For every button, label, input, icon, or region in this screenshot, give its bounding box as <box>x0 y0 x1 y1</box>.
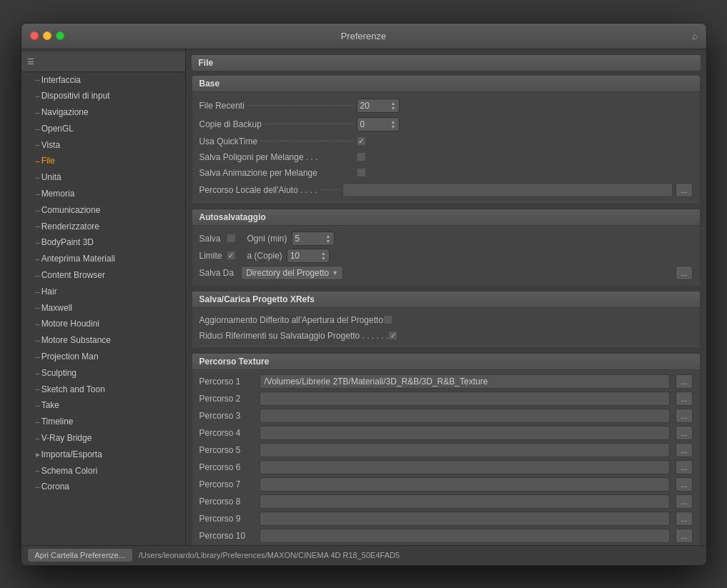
aggiornamento-checkbox[interactable] <box>383 315 392 324</box>
file-recenti-input[interactable]: 20 ▲ ▼ <box>357 99 400 113</box>
sidebar-item-comunicazione[interactable]: – Comunicazione <box>21 202 185 219</box>
percorso-row-2: Percorso 2 ... <box>199 390 693 407</box>
sidebar-label: Sketch and Toon <box>41 384 105 396</box>
spinner-down-icon[interactable]: ▼ <box>321 256 326 261</box>
sidebar-item-anteprima[interactable]: – Anteprima Materiali <box>21 251 185 267</box>
percorso-input-3[interactable] <box>259 409 671 423</box>
a-copie-spinner[interactable]: ▲ ▼ <box>321 251 326 261</box>
file-recenti-spinner[interactable]: ▲ ▼ <box>391 101 396 111</box>
percorso-label-5: Percorso 5 <box>199 445 257 455</box>
percorso-input-8[interactable] <box>259 494 671 509</box>
spinner-up-icon[interactable]: ▲ <box>326 234 331 239</box>
spinner-up-icon[interactable]: ▲ <box>321 251 326 256</box>
section-autosalvataggio: Autosalvataggio Salva Ogni (min) 5 <box>192 209 701 286</box>
percorso-browse-9[interactable]: ... <box>676 512 692 526</box>
percorso-input-4[interactable] <box>259 426 671 440</box>
apri-cartella-button[interactable]: Apri Cartella Preferenze... <box>27 548 134 562</box>
sidebar-item-importa[interactable]: ▸ Importa/Esporta <box>21 447 185 463</box>
sidebar-item-schema[interactable]: – Schema Colori <box>21 463 185 479</box>
sidebar-item-content[interactable]: – Content Browser <box>21 267 185 284</box>
section-file-header: File <box>192 55 701 71</box>
sidebar-item-memoria[interactable]: – Memoria <box>21 186 185 202</box>
copie-backup-spinner[interactable]: ▲ ▼ <box>391 119 396 129</box>
sidebar-item-file[interactable]: – File <box>21 153 185 169</box>
salva-poligoni-checkbox[interactable] <box>357 152 366 161</box>
sidebar-label: Content Browser <box>41 269 105 281</box>
spinner-down-icon[interactable]: ▼ <box>326 239 331 244</box>
file-recenti-input-group: 20 ▲ ▼ <box>357 99 400 113</box>
salva-checkbox[interactable] <box>227 234 236 243</box>
riduci-checkbox[interactable] <box>388 331 397 340</box>
search-icon[interactable]: ⌕ <box>692 30 698 41</box>
dots-decoration <box>247 105 354 106</box>
a-copie-input[interactable]: 10 ▲ ▼ <box>287 249 330 263</box>
sidebar-item-hair[interactable]: – Hair <box>21 284 185 300</box>
ogni-input[interactable]: 5 ▲ ▼ <box>292 231 335 246</box>
section-base-body: File Recenti 20 ▲ ▼ <box>192 92 701 204</box>
percorso-browse-8[interactable]: ... <box>676 494 692 509</box>
salva-animazione-checkbox[interactable] <box>357 168 366 177</box>
percorso-browse-6[interactable]: ... <box>676 460 692 474</box>
limite-checkbox[interactable] <box>227 251 236 260</box>
sidebar-item-opengl[interactable]: – OpenGL <box>21 121 185 137</box>
percorso-label-6: Percorso 6 <box>199 462 257 472</box>
ogni-spinner[interactable]: ▲ ▼ <box>326 234 331 244</box>
sidebar-item-dispositivi[interactable]: – Dispositivi di input <box>21 88 185 104</box>
percorso-locale-input[interactable] <box>342 183 673 197</box>
sidebar-item-vray[interactable]: – V-Ray Bridge <box>21 430 185 447</box>
tree-prefix: – <box>36 107 40 118</box>
percorso-browse-5[interactable]: ... <box>676 443 692 457</box>
salva-da-dropdown[interactable]: Directory del Progetto ▼ <box>241 266 343 280</box>
sidebar-item-bodypaint[interactable]: – BodyPaint 3D <box>21 234 185 251</box>
maximize-button[interactable] <box>56 31 64 40</box>
sidebar-label: Interfaccia <box>41 74 81 86</box>
tree-prefix: – <box>36 286 40 297</box>
spinner-down-icon[interactable]: ▼ <box>391 124 396 129</box>
percorso-input-10[interactable] <box>259 529 671 543</box>
sidebar-item-renderizzatore[interactable]: – Renderizzatore <box>21 219 185 235</box>
sidebar-item-navigazione[interactable]: – Navigazione <box>21 104 185 121</box>
salva-da-browse-button[interactable]: ... <box>676 266 692 280</box>
sidebar-item-unita[interactable]: – Unità <box>21 169 185 186</box>
percorso-input-9[interactable] <box>259 512 671 526</box>
sidebar-item-vista[interactable]: – Vista <box>21 137 185 154</box>
sidebar-item-take[interactable]: – Take <box>21 397 185 414</box>
sidebar-item-projection[interactable]: – Projection Man <box>21 349 185 365</box>
percorso-label-8: Percorso 8 <box>199 497 257 507</box>
percorso-browse-4[interactable]: ... <box>676 426 692 440</box>
salva-row: Salva Ogni (min) 5 ▲ ▼ <box>199 230 693 247</box>
percorso-browse-10[interactable]: ... <box>676 529 692 543</box>
spinner-down-icon[interactable]: ▼ <box>391 106 396 111</box>
sidebar-item-substance[interactable]: – Motore Substance <box>21 332 185 349</box>
copie-backup-row: Copie di Backup 0 ▲ ▼ <box>199 115 693 134</box>
percorso-browse-7[interactable]: ... <box>676 477 692 492</box>
percorso-locale-browse-button[interactable]: ... <box>676 183 692 197</box>
sidebar-item-sketch[interactable]: – Sketch and Toon <box>21 382 185 398</box>
sidebar-item-interfaccia[interactable]: – Interfaccia <box>21 72 185 89</box>
sidebar-label: Anteprima Materiali <box>41 253 115 265</box>
sidebar-item-maxwell[interactable]: – Maxwell <box>21 300 185 317</box>
percorso-input-1[interactable] <box>259 374 671 389</box>
copie-backup-input[interactable]: 0 ▲ ▼ <box>357 117 400 131</box>
section-xrefs: Salva/Carica Progetto XRefs Aggiornament… <box>192 291 701 349</box>
percorso-browse-2[interactable]: ... <box>676 392 692 406</box>
percorso-label-1: Percorso 1 <box>199 377 257 387</box>
sidebar-label: Navigazione <box>41 106 89 119</box>
percorso-input-7[interactable] <box>259 477 671 492</box>
percorso-browse-1[interactable]: ... <box>676 374 692 389</box>
percorso-label-4: Percorso 4 <box>199 428 257 438</box>
spinner-up-icon[interactable]: ▲ <box>391 119 396 124</box>
spinner-up-icon[interactable]: ▲ <box>391 101 396 106</box>
sidebar-item-timeline[interactable]: – Timeline <box>21 414 185 430</box>
percorso-input-6[interactable] <box>259 460 671 474</box>
percorso-input-2[interactable] <box>259 392 671 406</box>
close-button[interactable] <box>30 31 39 40</box>
usa-quicktime-checkbox[interactable] <box>357 136 366 146</box>
sidebar-item-corona[interactable]: – Corona <box>21 479 185 495</box>
sidebar-item-sculpting[interactable]: – Sculpting <box>21 365 185 382</box>
minimize-button[interactable] <box>43 31 51 40</box>
sidebar-item-houdini[interactable]: – Motore Houdini <box>21 316 185 332</box>
percorso-input-5[interactable] <box>259 443 671 457</box>
sidebar-label: Unità <box>41 171 61 184</box>
percorso-browse-3[interactable]: ... <box>676 409 692 423</box>
